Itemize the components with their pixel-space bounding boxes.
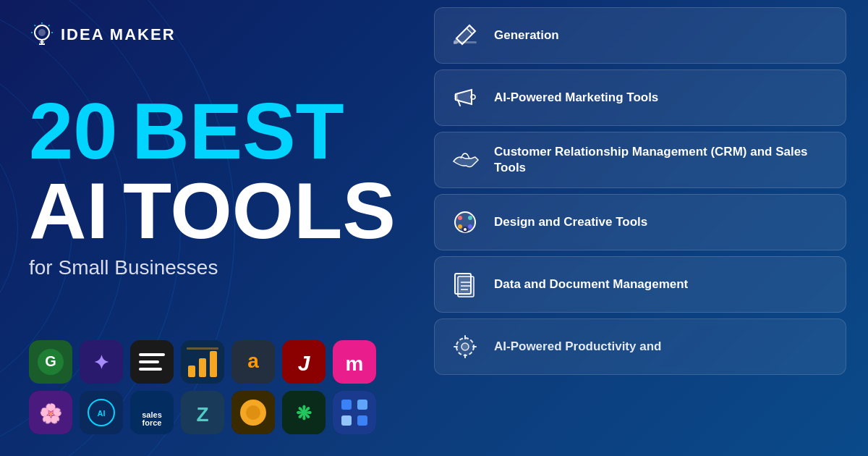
category-card-data: Data and Document Management (434, 256, 846, 313)
category-text-crm: Customer Relationship Management (CRM) a… (494, 144, 831, 176)
category-text-design: Design and Creative Tools (494, 214, 647, 230)
left-panel: IDEA MAKER 20 BEST AI TOOLS for Small Bu… (0, 0, 420, 456)
svg-rect-22 (187, 347, 218, 350)
palette-icon (449, 206, 481, 238)
svg-point-41 (246, 405, 260, 420)
svg-text:a: a (247, 350, 259, 372)
svg-rect-20 (199, 358, 206, 377)
headline-subtitle: for Small Businesses (29, 256, 391, 279)
category-text-generation: Generation (494, 28, 559, 43)
category-card-productivity: AI-Powered Productivity and (434, 318, 846, 375)
app-icons-grid: G ✦ (29, 340, 391, 434)
svg-line-8 (35, 25, 36, 27)
category-card-design: Design and Creative Tools (434, 194, 846, 250)
app-icon-dark1 (130, 340, 174, 384)
svg-point-54 (458, 216, 462, 220)
svg-point-59 (464, 228, 467, 231)
icons-row-1: G ✦ (29, 340, 391, 384)
logo-icon (29, 22, 55, 48)
app-icon-sparkle: ✦ (80, 340, 123, 384)
headline-tools: TOOLS (123, 171, 396, 250)
document-icon (449, 269, 481, 300)
svg-rect-45 (341, 400, 352, 410)
svg-rect-15 (139, 353, 165, 356)
svg-rect-51 (454, 94, 458, 100)
app-icon-ai-chat: AI (80, 391, 123, 434)
svg-text:m: m (346, 352, 364, 375)
app-icon-zapier: Z (181, 391, 224, 434)
headline-best: BEST (132, 91, 344, 171)
headline-ai: AI (29, 171, 109, 250)
svg-point-56 (458, 224, 462, 229)
category-card-crm: Customer Relationship Management (CRM) a… (434, 132, 846, 188)
app-icon-flower: ❋ (282, 391, 326, 434)
app-icon-chart (181, 340, 224, 384)
app-icon-circle (231, 391, 275, 434)
svg-text:🌸: 🌸 (39, 402, 63, 425)
pencil-icon (449, 20, 481, 51)
app-icon-amazon: a (231, 340, 275, 384)
category-card-marketing: AI-Powered Marketing Tools (434, 69, 846, 126)
app-icon-grammarly: G (29, 340, 72, 384)
svg-text:✦: ✦ (93, 352, 109, 373)
svg-rect-46 (357, 400, 367, 410)
headline-number: 20 (29, 91, 117, 178)
svg-line-6 (48, 25, 50, 27)
icons-row-2: 🌸 AI sales force (29, 391, 391, 434)
svg-text:AI: AI (98, 409, 106, 418)
app-icon-jasper: J (282, 340, 326, 384)
headline: 20 BEST AI TOOLS for Small Businesses (29, 91, 391, 279)
svg-rect-48 (357, 415, 367, 426)
logo: IDEA MAKER (29, 22, 391, 48)
category-text-data: Data and Document Management (494, 276, 688, 292)
app-icon-notion: 🌸 (29, 391, 72, 434)
svg-point-57 (468, 224, 472, 229)
svg-rect-44 (333, 391, 376, 434)
svg-rect-17 (139, 368, 162, 371)
svg-rect-61 (458, 276, 474, 297)
category-text-marketing: AI-Powered Marketing Tools (494, 90, 658, 106)
svg-text:G: G (45, 353, 56, 369)
svg-rect-21 (210, 351, 217, 377)
svg-text:❋: ❋ (296, 402, 312, 424)
svg-point-55 (468, 216, 472, 220)
page-container: IDEA MAKER 20 BEST AI TOOLS for Small Bu… (0, 0, 868, 456)
svg-text:Z: Z (196, 403, 208, 426)
category-text-productivity: AI-Powered Productivity and (494, 339, 661, 355)
svg-rect-19 (188, 366, 195, 377)
megaphone-icon (449, 82, 481, 114)
right-panel: Generation AI-Powered Marketing Tools (420, 0, 868, 456)
app-icon-salesforce: sales force (130, 391, 174, 434)
svg-text:force: force (142, 418, 162, 427)
app-icon-grid (333, 391, 376, 434)
gear-icon (449, 331, 481, 363)
svg-text:J: J (298, 351, 311, 375)
svg-rect-47 (341, 415, 352, 426)
app-icon-miro: m (333, 340, 376, 384)
logo-text: IDEA MAKER (61, 25, 176, 44)
category-card-generation: Generation (434, 7, 846, 64)
handshake-icon (449, 144, 481, 176)
svg-point-1 (38, 29, 46, 36)
svg-rect-16 (139, 360, 159, 363)
svg-point-66 (461, 343, 469, 350)
